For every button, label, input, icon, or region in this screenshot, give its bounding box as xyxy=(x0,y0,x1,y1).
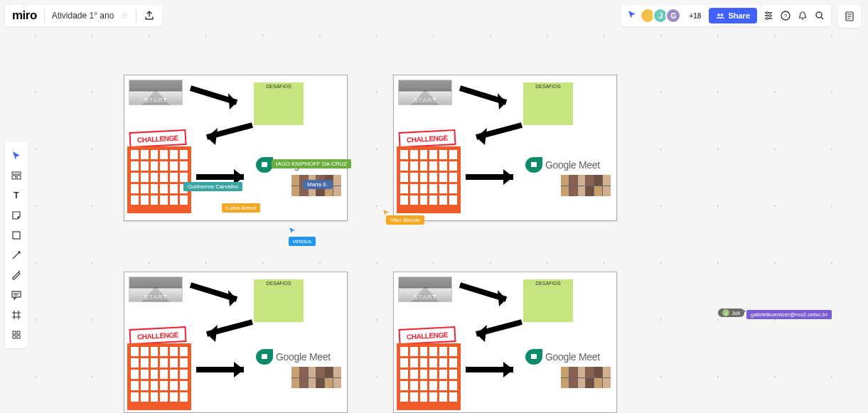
google-meet-block[interactable]: Google Meet xyxy=(256,349,341,388)
google-meet-block[interactable]: Google Meet xyxy=(525,157,611,196)
svg-text:T: T xyxy=(14,191,19,200)
calendar-grid[interactable] xyxy=(127,146,191,213)
templates-tool[interactable] xyxy=(8,168,25,183)
frame[interactable]: START DESAFIOS CHALLENGE Google Meet xyxy=(124,75,348,221)
pen-tool[interactable] xyxy=(8,267,25,283)
left-toolbar: T xyxy=(5,142,28,348)
sticky-note[interactable]: DESAFIOS xyxy=(254,279,304,322)
frame[interactable]: START DESAFIOS CHALLENGE Google Meet xyxy=(393,272,617,413)
connect-tool[interactable] xyxy=(8,247,25,263)
star-icon[interactable]: ☆ xyxy=(121,11,129,21)
meet-label: Google Meet xyxy=(276,351,331,363)
svg-rect-16 xyxy=(17,331,20,334)
meet-icon xyxy=(525,349,542,365)
faces-grid xyxy=(561,175,611,196)
svg-rect-11 xyxy=(17,176,21,179)
arrow-icon xyxy=(194,316,258,345)
select-tool[interactable] xyxy=(8,148,25,163)
sticky-note[interactable]: DESAFIOS xyxy=(523,82,573,125)
notes-panel-button[interactable] xyxy=(838,5,861,28)
board-title[interactable]: Atividade 1° ano xyxy=(52,11,114,21)
user-cursor: JJúli xyxy=(718,309,744,317)
google-meet-block[interactable]: Google Meet xyxy=(525,349,611,388)
top-right-bar: J G +18 Share ? xyxy=(621,5,831,26)
frame[interactable]: START DESAFIOS CHALLENGE Google Meet xyxy=(124,272,348,413)
meet-icon xyxy=(525,157,542,173)
user-pill: JJúli xyxy=(718,309,744,317)
user-cursor: Maria E. xyxy=(303,180,333,189)
comment-tool[interactable] xyxy=(8,287,25,303)
user-cursor: Guilherme Carvalho xyxy=(183,182,242,191)
challenge-stamp[interactable]: CHALLENGE xyxy=(398,129,456,148)
arrow-icon xyxy=(456,82,520,111)
help-icon[interactable]: ? xyxy=(780,10,791,21)
share-button[interactable]: Share xyxy=(709,8,757,23)
text-tool[interactable]: T xyxy=(8,188,25,203)
svg-rect-17 xyxy=(13,336,16,338)
svg-point-7 xyxy=(816,12,822,18)
svg-point-4 xyxy=(766,18,768,20)
bell-icon[interactable] xyxy=(797,10,808,21)
calendar-grid[interactable] xyxy=(397,146,461,213)
divider xyxy=(136,9,136,23)
arrow-icon xyxy=(456,279,520,308)
challenge-stamp[interactable]: CHALLENGE xyxy=(129,326,186,345)
arrow-icon xyxy=(462,359,526,380)
meet-icon xyxy=(256,349,273,365)
svg-rect-15 xyxy=(13,331,16,334)
cursor-indicator-icon[interactable] xyxy=(627,9,637,22)
share-label: Share xyxy=(728,11,750,20)
user-cursor: gabrielkuentzer@mx2.unisc.br xyxy=(746,310,832,319)
calendar-grid[interactable] xyxy=(397,343,461,410)
faces-grid xyxy=(561,367,611,388)
svg-point-2 xyxy=(766,12,768,14)
user-cursor: vinicius xyxy=(289,237,316,246)
start-image[interactable]: START xyxy=(398,80,452,105)
challenge-stamp[interactable]: CHALLENGE xyxy=(398,326,456,345)
frame-tool[interactable] xyxy=(8,307,25,323)
settings-icon[interactable] xyxy=(763,10,774,21)
sticky-note[interactable]: DESAFIOS xyxy=(523,279,573,322)
svg-point-1 xyxy=(721,14,724,16)
arrow-icon xyxy=(187,82,251,111)
arrow-icon xyxy=(462,166,526,188)
frame[interactable]: START DESAFIOS CHALLENGE Google Meet xyxy=(393,75,617,221)
more-tool[interactable] xyxy=(8,327,25,343)
avatar-stack[interactable]: J G xyxy=(643,8,681,23)
arrow-icon xyxy=(193,359,257,380)
svg-rect-13 xyxy=(13,232,20,239)
svg-rect-9 xyxy=(12,172,21,174)
top-left-bar: miro Atividade 1° ano ☆ xyxy=(5,5,162,26)
svg-rect-18 xyxy=(17,336,20,338)
calendar-grid[interactable] xyxy=(127,343,191,410)
faces-grid xyxy=(291,367,341,388)
arrow-icon xyxy=(187,279,251,308)
arrow-icon xyxy=(464,316,527,345)
avatar[interactable]: G xyxy=(665,8,681,23)
user-cursor: Luisa Arend xyxy=(222,203,260,213)
arrow-icon xyxy=(194,119,258,148)
user-cursor: Vitor Bande xyxy=(386,215,424,225)
logo[interactable]: miro xyxy=(12,9,37,23)
start-image[interactable]: START xyxy=(398,277,452,302)
user-cursor xyxy=(289,227,296,234)
svg-point-0 xyxy=(718,14,721,16)
extra-users-count[interactable]: +18 xyxy=(687,12,703,20)
start-image[interactable]: START xyxy=(129,80,183,105)
svg-rect-14 xyxy=(12,291,21,297)
meet-icon xyxy=(256,157,273,173)
user-cursor: IAGO KNIPHOFF DA CRUZ xyxy=(272,159,351,168)
svg-rect-10 xyxy=(12,176,16,179)
search-icon[interactable] xyxy=(814,10,825,21)
divider xyxy=(44,9,45,23)
sticky-note[interactable]: DESAFIOS xyxy=(254,82,304,125)
export-icon[interactable] xyxy=(144,10,155,21)
svg-text:?: ? xyxy=(784,13,788,19)
shape-tool[interactable] xyxy=(8,227,25,243)
challenge-stamp[interactable]: CHALLENGE xyxy=(129,129,186,148)
arrow-icon xyxy=(464,119,527,148)
sticky-tool[interactable] xyxy=(8,208,25,223)
meet-label: Google Meet xyxy=(545,159,600,171)
svg-point-3 xyxy=(769,15,771,17)
start-image[interactable]: START xyxy=(129,277,183,302)
